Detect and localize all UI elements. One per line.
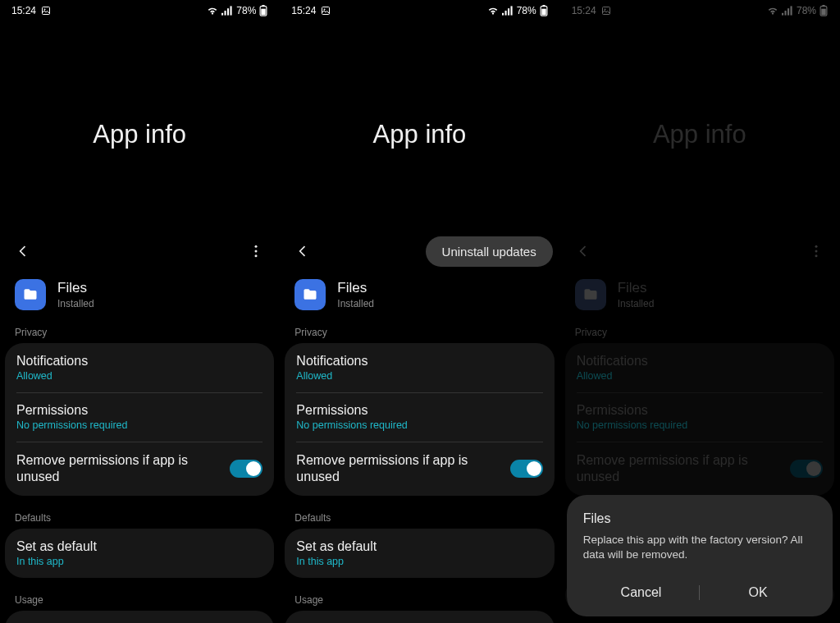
- signal-icon: [502, 6, 514, 16]
- svg-rect-0: [43, 7, 50, 15]
- cancel-button[interactable]: Cancel: [583, 580, 700, 605]
- toolbar: [0, 231, 279, 271]
- phone-screen-1: 15:24 78% App info: [0, 0, 280, 623]
- mobile-data-item[interactable]: Mobile data No data used: [285, 611, 554, 623]
- usage-card: Mobile data No data used: [285, 611, 554, 623]
- dialog-message: Replace this app with the factory versio…: [583, 533, 816, 562]
- mobile-data-item[interactable]: Mobile data No data used: [5, 611, 274, 623]
- image-icon: [321, 6, 331, 16]
- wifi-icon: [207, 6, 218, 16]
- svg-rect-20: [541, 9, 546, 16]
- svg-rect-19: [542, 5, 545, 7]
- wifi-icon: [487, 6, 499, 16]
- svg-point-9: [255, 245, 258, 248]
- svg-rect-15: [504, 11, 506, 16]
- set-as-default-sub: In this app: [16, 556, 262, 567]
- app-status: Installed: [337, 298, 374, 309]
- svg-rect-5: [231, 6, 232, 15]
- permissions-sub: No permissions required: [16, 419, 262, 431]
- section-header-usage: Usage: [280, 589, 559, 611]
- remove-permissions-item[interactable]: Remove permissions if app is unused: [285, 442, 554, 496]
- permissions-title: Permissions: [16, 403, 262, 418]
- set-as-default-item[interactable]: Set as default In this app: [5, 529, 274, 578]
- notifications-item[interactable]: Notifications Allowed: [285, 343, 554, 392]
- svg-rect-8: [262, 9, 266, 16]
- uninstall-updates-button[interactable]: Uninstall updates: [426, 236, 553, 267]
- signal-icon: [221, 6, 233, 16]
- notifications-sub: Allowed: [296, 370, 542, 382]
- remove-permissions-item[interactable]: Remove permissions if app is unused: [5, 442, 274, 496]
- app-name: Files: [57, 280, 94, 296]
- notifications-sub: Allowed: [16, 370, 262, 382]
- page-title: App info: [280, 20, 559, 231]
- status-time: 15:24: [11, 5, 36, 16]
- notifications-title: Notifications: [16, 354, 262, 369]
- section-header-defaults: Defaults: [280, 507, 559, 529]
- svg-rect-16: [508, 8, 509, 15]
- status-bar: 15:24 78%: [0, 0, 279, 20]
- notifications-item[interactable]: Notifications Allowed: [5, 343, 274, 392]
- svg-point-13: [324, 9, 326, 11]
- folder-icon: [294, 279, 326, 310]
- dialog-actions: Cancel OK: [583, 574, 816, 610]
- ok-button[interactable]: OK: [700, 580, 816, 605]
- battery-icon: [540, 5, 548, 16]
- app-identity-row: Files Installed: [0, 271, 279, 322]
- defaults-card: Set as default In this app: [285, 529, 554, 578]
- set-as-default-title: Set as default: [296, 539, 542, 554]
- svg-rect-7: [262, 5, 265, 7]
- status-time: 15:24: [291, 5, 316, 16]
- set-as-default-sub: In this app: [296, 556, 542, 567]
- status-battery-text: 78%: [236, 5, 256, 16]
- confirm-dialog: Files Replace this app with the factory …: [567, 495, 833, 616]
- remove-permissions-title: Remove permissions if app is unused: [296, 452, 501, 485]
- dialog-title: Files: [583, 511, 816, 526]
- permissions-sub: No permissions required: [296, 419, 542, 431]
- svg-rect-14: [502, 13, 504, 16]
- toolbar: Uninstall updates: [280, 231, 559, 271]
- remove-permissions-title: Remove permissions if app is unused: [16, 452, 221, 485]
- svg-rect-17: [510, 6, 512, 15]
- back-button[interactable]: [7, 235, 39, 268]
- permissions-title: Permissions: [296, 403, 542, 418]
- page-title: App info: [0, 20, 279, 231]
- status-battery-text: 78%: [517, 5, 536, 16]
- svg-rect-2: [221, 13, 223, 16]
- set-as-default-item[interactable]: Set as default In this app: [285, 529, 554, 578]
- svg-point-1: [44, 9, 46, 11]
- app-identity-row: Files Installed: [280, 271, 559, 322]
- app-name: Files: [337, 280, 374, 296]
- svg-rect-4: [227, 8, 229, 15]
- set-as-default-title: Set as default: [16, 539, 262, 554]
- image-icon: [41, 6, 51, 16]
- notifications-title: Notifications: [296, 354, 542, 369]
- svg-rect-3: [225, 11, 226, 16]
- usage-card: Mobile data No data used: [5, 611, 274, 623]
- section-header-privacy: Privacy: [0, 322, 279, 343]
- section-header-usage: Usage: [0, 589, 279, 611]
- battery-icon: [259, 5, 267, 16]
- status-bar: 15:24 78%: [280, 0, 559, 20]
- defaults-card: Set as default In this app: [5, 529, 274, 578]
- folder-icon: [15, 279, 46, 310]
- phone-screen-3: 15:24 78% App info: [560, 0, 840, 623]
- app-status: Installed: [57, 298, 94, 309]
- svg-point-11: [255, 254, 258, 257]
- remove-permissions-toggle[interactable]: [510, 460, 543, 478]
- section-header-privacy: Privacy: [280, 322, 559, 343]
- section-header-defaults: Defaults: [0, 507, 279, 529]
- more-options-button[interactable]: [240, 235, 272, 268]
- svg-rect-12: [322, 7, 330, 15]
- privacy-card: Notifications Allowed Permissions No per…: [285, 343, 554, 496]
- phone-screen-2: 15:24 78% App info Uninstall updates: [280, 0, 559, 623]
- privacy-card: Notifications Allowed Permissions No per…: [5, 343, 274, 496]
- remove-permissions-toggle[interactable]: [230, 460, 262, 478]
- permissions-item[interactable]: Permissions No permissions required: [5, 392, 274, 442]
- svg-point-10: [255, 250, 258, 253]
- back-button[interactable]: [286, 235, 319, 268]
- permissions-item[interactable]: Permissions No permissions required: [285, 392, 554, 442]
